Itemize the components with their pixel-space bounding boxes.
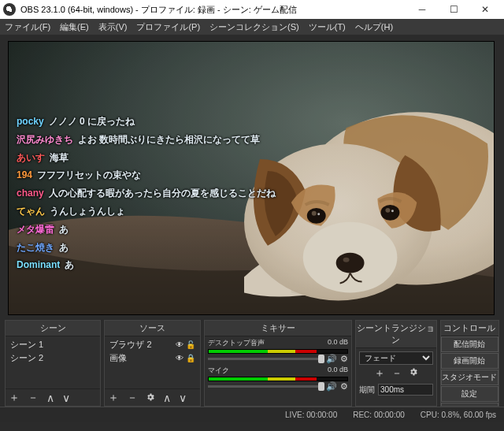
- obs-logo-icon: [3, 3, 16, 16]
- chat-overlay: pockyノノノ 0 に戻ったね沢尻みゆきちよお 数時間ぶりにきたら相沢になって…: [17, 113, 289, 274]
- menu-edit[interactable]: 編集(E): [60, 21, 89, 33]
- titlebar: OBS 23.1.0 (64-bit, windows) - プロファイル: 録…: [0, 0, 504, 19]
- transition-settings-button[interactable]: [409, 366, 418, 381]
- source-up-button[interactable]: ∧: [163, 392, 171, 404]
- minimize-button[interactable]: ─: [406, 0, 438, 19]
- transitions-panel: シーントランジション フェード ＋ － 期間: [355, 320, 437, 407]
- control-button[interactable]: スタジオモード: [441, 370, 498, 385]
- controls-panel: コントロール 配信開始録画開始スタジオモード設定終了: [440, 320, 499, 407]
- chat-row: メタ爆雷あ: [17, 221, 289, 239]
- statusbar: LIVE: 00:00:00 REC: 00:00:00 CPU: 0.8%, …: [0, 407, 504, 422]
- source-down-button[interactable]: ∨: [179, 392, 187, 404]
- menu-view[interactable]: 表示(V): [98, 21, 128, 33]
- eye-icon[interactable]: 👁: [176, 340, 183, 349]
- sources-header: ソース: [105, 321, 199, 336]
- menu-scene-collection[interactable]: シーンコレクション(S): [209, 21, 299, 33]
- status-rec: REC: 00:00:00: [353, 411, 405, 419]
- chat-nick: 沢尻みゆきち: [17, 134, 73, 145]
- chat-message: 人の心配する暇があったら自分の夏を感じることだね: [49, 188, 276, 199]
- transitions-header: シーントランジション: [356, 321, 436, 348]
- chat-row: chany人の心配する暇があったら自分の夏を感じることだね: [17, 184, 289, 202]
- duration-label: 期間: [359, 385, 375, 396]
- source-settings-button[interactable]: [146, 392, 155, 404]
- chat-nick: てゃん: [17, 206, 45, 217]
- source-name: ブラウザ 2: [109, 339, 151, 351]
- chat-row: pockyノノノ 0 に戻ったね: [17, 113, 289, 131]
- control-button[interactable]: 終了: [441, 403, 498, 406]
- source-name: 画像: [109, 352, 127, 364]
- remove-transition-button[interactable]: －: [391, 366, 402, 381]
- chat-row: 沢尻みゆきちよお 数時間ぶりにきたら相沢になってて草: [17, 131, 289, 149]
- sources-panel: ソース ブラウザ 2👁🔓画像👁🔒 ＋ － ∧ ∨: [104, 320, 200, 407]
- lock-icon[interactable]: 🔒: [186, 354, 195, 362]
- status-cpu: CPU: 0.8%, 60.00 fps: [421, 411, 496, 419]
- chat-row: Dominantあ: [17, 256, 289, 274]
- maximize-button[interactable]: ☐: [438, 0, 469, 19]
- scene-item[interactable]: シーン 2: [9, 351, 97, 365]
- chat-message: あ: [65, 259, 74, 270]
- scenes-panel: シーン シーン 1シーン 2 ＋ － ∧ ∨: [5, 320, 101, 407]
- volume-slider[interactable]: 🔊⚙: [208, 382, 348, 390]
- status-live: LIVE: 00:00:00: [285, 411, 337, 419]
- chat-row: あいす海草: [17, 149, 289, 167]
- control-button[interactable]: 録画開始: [441, 353, 498, 369]
- chat-message: フフフリセットの束やな: [37, 169, 141, 180]
- source-item[interactable]: 画像👁🔒: [108, 351, 196, 365]
- speaker-icon[interactable]: 🔊: [326, 381, 337, 392]
- menubar: ファイル(F) 編集(E) 表示(V) プロファイル(P) シーンコレクション(…: [0, 19, 504, 35]
- preview-canvas[interactable]: pockyノノノ 0 に戻ったね沢尻みゆきちよお 数時間ぶりにきたら相沢になって…: [8, 41, 495, 315]
- add-scene-button[interactable]: ＋: [9, 391, 20, 405]
- mixer-name: デスクトップ音声: [208, 338, 265, 348]
- mixer-channel: マイク0.0 dB 🔊⚙: [208, 366, 348, 390]
- window-title: OBS 23.1.0 (64-bit, windows) - プロファイル: 録…: [20, 4, 406, 16]
- channel-settings-icon[interactable]: ⚙: [340, 354, 348, 364]
- control-button[interactable]: 配信開始: [441, 336, 498, 352]
- transition-select[interactable]: フェード: [359, 351, 433, 365]
- menu-help[interactable]: ヘルプ(H): [355, 21, 393, 33]
- chat-nick: 194: [17, 169, 32, 180]
- close-button[interactable]: ✕: [469, 0, 501, 19]
- add-source-button[interactable]: ＋: [108, 391, 119, 405]
- mixer-panel: ミキサー デスクトップ音声0.0 dB 🔊⚙マイク0.0 dB 🔊⚙: [204, 320, 352, 407]
- lock-icon[interactable]: 🔓: [186, 340, 195, 349]
- speaker-icon[interactable]: 🔊: [326, 354, 337, 364]
- chat-nick: たこ焼き: [17, 242, 54, 253]
- volume-slider[interactable]: 🔊⚙: [208, 355, 348, 362]
- add-transition-button[interactable]: ＋: [374, 366, 385, 381]
- mixer-header: ミキサー: [205, 321, 351, 336]
- mixer-name: マイク: [208, 366, 229, 376]
- remove-scene-button[interactable]: －: [28, 391, 39, 405]
- remove-source-button[interactable]: －: [127, 391, 138, 405]
- control-button[interactable]: 設定: [441, 386, 498, 402]
- controls-header: コントロール: [441, 321, 498, 336]
- chat-row: てゃんうんしょうんしょ: [17, 202, 289, 221]
- mixer-db: 0.0 dB: [328, 338, 348, 348]
- menu-profile[interactable]: プロファイル(P): [136, 21, 200, 33]
- chat-message: あ: [59, 224, 69, 235]
- chat-row: 194フフフリセットの束やな: [17, 166, 289, 184]
- chat-message: よお 数時間ぶりにきたら相沢になってて草: [78, 134, 260, 145]
- chat-nick: chany: [17, 188, 44, 199]
- scenes-header: シーン: [6, 321, 100, 336]
- mixer-db: 0.0 dB: [328, 366, 348, 376]
- eye-icon[interactable]: 👁: [176, 354, 183, 362]
- chat-row: たこ焼きあ: [17, 239, 289, 257]
- scene-item[interactable]: シーン 1: [9, 338, 97, 351]
- mixer-channel: デスクトップ音声0.0 dB 🔊⚙: [208, 338, 348, 362]
- chat-nick: pocky: [17, 116, 44, 127]
- channel-settings-icon[interactable]: ⚙: [340, 381, 348, 392]
- menu-tool[interactable]: ツール(T): [309, 21, 346, 33]
- chat-nick: あいす: [17, 152, 45, 163]
- source-item[interactable]: ブラウザ 2👁🔓: [108, 338, 196, 351]
- chat-message: 海草: [50, 152, 69, 163]
- chat-message: あ: [59, 242, 69, 253]
- scene-down-button[interactable]: ∨: [62, 392, 70, 404]
- duration-input[interactable]: [378, 384, 433, 396]
- menu-file[interactable]: ファイル(F): [5, 21, 50, 33]
- chat-nick: Dominant: [17, 259, 60, 270]
- chat-message: うんしょうんしょ: [50, 206, 125, 217]
- chat-nick: メタ爆雷: [17, 224, 54, 235]
- scene-up-button[interactable]: ∧: [46, 392, 54, 404]
- chat-message: ノノノ 0 に戻ったね: [49, 116, 135, 127]
